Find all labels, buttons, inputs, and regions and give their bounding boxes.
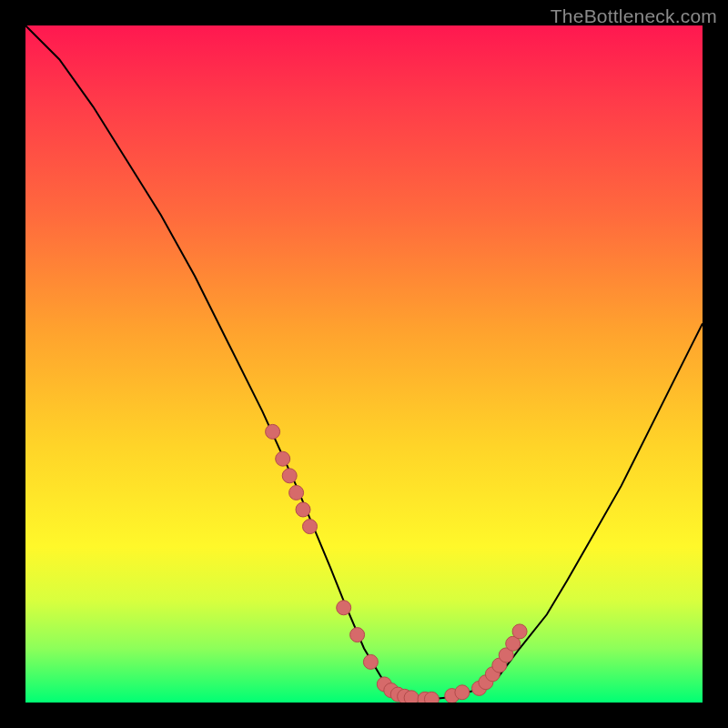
highlight-dot bbox=[337, 601, 351, 615]
outer-frame: TheBottleneck.com bbox=[0, 0, 728, 728]
highlight-dot bbox=[404, 691, 419, 703]
highlight-dot bbox=[455, 685, 470, 700]
highlight-dot bbox=[363, 654, 378, 669]
highlight-dot bbox=[350, 628, 365, 642]
watermark-text: TheBottleneck.com bbox=[551, 5, 717, 27]
highlight-dot bbox=[276, 451, 290, 466]
highlight-dot bbox=[282, 469, 297, 483]
highlight-dots bbox=[266, 424, 527, 703]
highlight-dot bbox=[512, 624, 527, 639]
bottleneck-curve bbox=[25, 25, 703, 699]
highlight-dot bbox=[424, 692, 439, 703]
chart-svg bbox=[25, 25, 703, 703]
highlight-dot bbox=[266, 424, 280, 439]
highlight-dot bbox=[289, 485, 304, 500]
highlight-dot bbox=[303, 520, 318, 534]
highlight-dot bbox=[296, 502, 310, 517]
plot-area bbox=[25, 25, 703, 703]
